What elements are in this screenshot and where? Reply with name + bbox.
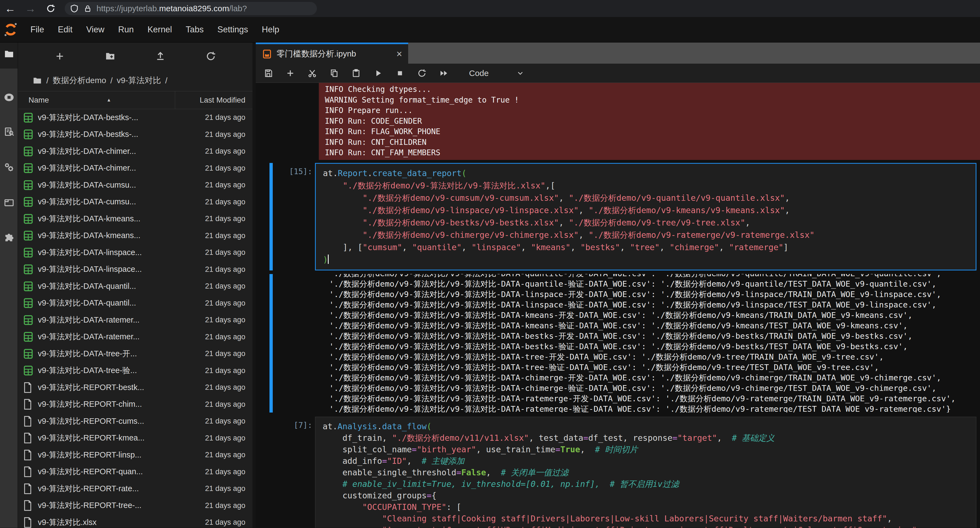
menu-kernel[interactable]: Kernel — [141, 25, 179, 35]
file-list-item[interactable]: v9-算法对比-DATA-chimer...21 days ago — [18, 160, 253, 177]
extension-manager-icon[interactable] — [3, 233, 14, 244]
new-launcher-icon[interactable] — [54, 51, 65, 62]
menu-tabs[interactable]: Tabs — [179, 25, 210, 35]
file-modified: 21 days ago — [205, 231, 253, 240]
property-inspector-icon[interactable] — [3, 162, 14, 173]
column-name[interactable]: Name — [18, 96, 49, 105]
cell-type-select[interactable]: Code — [469, 69, 489, 78]
file-list-item[interactable]: v9-算法对比-REPORT-linsp...21 days ago — [18, 447, 253, 464]
file-modified: 21 days ago — [205, 316, 253, 324]
output-collapser[interactable] — [269, 274, 273, 413]
file-list-item[interactable]: v9-算法对比-REPORT-tree-...21 days ago — [18, 497, 253, 514]
file-list-item[interactable]: v9-算法对比-DATA-linspace...21 days ago — [18, 244, 253, 261]
paste-cells-icon[interactable] — [351, 68, 361, 78]
refresh-icon[interactable] — [205, 51, 216, 62]
file-list-item[interactable]: v9-算法对比-REPORT-bestk...21 days ago — [18, 379, 253, 396]
file-modified: 21 days ago — [205, 518, 253, 526]
file-modified: 21 days ago — [205, 451, 253, 459]
upload-icon[interactable] — [155, 51, 166, 62]
file-name: v9-算法对比-DATA-linspace... — [38, 264, 142, 275]
running-sessions-icon[interactable] — [3, 92, 14, 103]
file-list-item[interactable]: v9-算法对比-REPORT-quan...21 days ago — [18, 464, 253, 480]
chevron-down-icon[interactable] — [516, 69, 524, 77]
file-list-item[interactable]: v9-算法对比-REPORT-rate...21 days ago — [18, 480, 253, 497]
browser-back-button[interactable]: ← — [0, 2, 20, 15]
stderr-output: INFO Checking dtypes...WARNING Setting f… — [319, 83, 980, 160]
file-list-item[interactable]: v9-算法对比-REPORT-chim...21 days ago — [18, 396, 253, 413]
jupyter-logo-icon — [3, 22, 19, 38]
file-list-item[interactable]: v9-算法对比-DATA-kmeans...21 days ago — [18, 211, 253, 227]
file-list-item[interactable]: v9-算法对比-DATA-cumsu...21 days ago — [18, 177, 253, 194]
add-cell-icon[interactable] — [285, 68, 295, 78]
jupyterlab-menu-bar: File Edit View Run Kernel Tabs Settings … — [0, 17, 980, 43]
stop-kernel-icon[interactable] — [395, 68, 405, 78]
file-name: v9-算法对比-REPORT-cums... — [38, 416, 144, 427]
copy-cells-icon[interactable] — [329, 68, 339, 78]
file-name: v9-算法对比-DATA-linspace... — [38, 247, 142, 258]
activity-bar — [0, 43, 18, 528]
document-icon — [23, 449, 32, 461]
url-text: https://jupyterlab.metanoia8295.com/lab? — [97, 4, 247, 13]
browser-reload-button[interactable] — [41, 3, 61, 13]
file-list-item[interactable]: v9-算法对比-DATA-kmeans...21 days ago — [18, 227, 253, 244]
run-cell-icon[interactable] — [373, 68, 383, 78]
file-list-item[interactable]: v9-算法对比-DATA-cumsu...21 days ago — [18, 194, 253, 211]
file-list-item[interactable]: v9-算法对比.xlsx21 days ago — [18, 514, 253, 528]
file-name: v9-算法对比-DATA-chimer... — [38, 163, 136, 174]
lock-icon[interactable] — [83, 4, 92, 13]
restart-kernel-icon[interactable] — [417, 68, 427, 78]
file-list: v9-算法对比-DATA-bestks-...21 days agov9-算法对… — [18, 109, 253, 528]
reload-icon — [46, 3, 56, 13]
menu-run[interactable]: Run — [111, 25, 141, 35]
file-list-item[interactable]: v9-算法对比-REPORT-kmea...21 days ago — [18, 430, 253, 447]
file-modified: 21 days ago — [205, 299, 253, 308]
cut-cells-icon[interactable] — [307, 68, 317, 78]
input-prompt: [7]: — [256, 421, 312, 430]
code-editor-15[interactable]: at.Report.create_data_report( "./数据分析dem… — [315, 163, 977, 270]
breadcrumb-folder-demo[interactable]: 数据分析demo — [52, 75, 106, 86]
spreadsheet-icon — [23, 129, 33, 140]
restart-run-all-icon[interactable] — [439, 68, 449, 78]
url-bar[interactable]: https://jupyterlab.metanoia8295.com/lab? — [65, 2, 317, 15]
table-of-contents-icon[interactable] — [3, 126, 14, 137]
execution-result-text: './数据分析demo/v9-算法对比/v9-算法对比-DATA-quantil… — [324, 274, 980, 413]
file-list-item[interactable]: v9-算法对比-REPORT-cums...21 days ago — [18, 413, 253, 430]
browser-forward-button[interactable]: → — [20, 2, 41, 15]
menu-settings[interactable]: Settings — [210, 25, 255, 35]
open-tabs-icon[interactable] — [3, 198, 14, 209]
home-folder-icon[interactable] — [32, 76, 42, 86]
breadcrumb-sep: / — [46, 76, 49, 85]
file-list-item[interactable]: v9-算法对比-DATA-quantil...21 days ago — [18, 295, 253, 312]
code-editor-7[interactable]: at.Analysis.data_flow( df_train, "./数据分析… — [315, 416, 977, 528]
file-name: v9-算法对比-DATA-bestks-... — [38, 112, 138, 123]
menu-help[interactable]: Help — [255, 25, 286, 35]
document-icon — [23, 466, 32, 477]
file-browser-icon[interactable] — [3, 49, 14, 59]
file-modified: 21 days ago — [205, 434, 253, 442]
menu-file[interactable]: File — [24, 25, 51, 35]
file-list-item[interactable]: v9-算法对比-DATA-ratemer...21 days ago — [18, 312, 253, 329]
save-icon[interactable] — [263, 68, 273, 78]
file-name: v9-算法对比-DATA-chimer... — [38, 146, 136, 157]
menu-edit[interactable]: Edit — [51, 25, 79, 35]
file-list-item[interactable]: v9-算法对比-DATA-ratemer...21 days ago — [18, 329, 253, 346]
sort-ascending-icon[interactable]: ▲ — [107, 97, 111, 103]
panel-divider[interactable] — [253, 43, 256, 528]
notebook-tab[interactable]: 零门槛数据分析.ipynb × — [256, 43, 408, 64]
column-last-modified[interactable]: Last Modified — [200, 96, 253, 105]
cell-collapser[interactable] — [269, 163, 273, 270]
new-folder-icon[interactable] — [105, 51, 116, 62]
file-list-item[interactable]: v9-算法对比-DATA-chimer...21 days ago — [18, 143, 253, 160]
file-list-item[interactable]: v9-算法对比-DATA-quantil...21 days ago — [18, 278, 253, 295]
file-list-item[interactable]: v9-算法对比-DATA-linspace...21 days ago — [18, 261, 253, 278]
file-list-item[interactable]: v9-算法对比-DATA-bestks-...21 days ago — [18, 109, 253, 126]
file-list-item[interactable]: v9-算法对比-DATA-tree-验...21 days ago — [18, 362, 253, 379]
file-list-item[interactable]: v9-算法对比-DATA-tree-开...21 days ago — [18, 345, 253, 362]
breadcrumb-folder-v9[interactable]: v9-算法对比 — [117, 75, 161, 86]
file-name: v9-算法对比-DATA-kmeans... — [38, 214, 140, 224]
shield-icon[interactable] — [70, 4, 79, 13]
tab-close-icon[interactable]: × — [396, 48, 402, 60]
spreadsheet-icon — [23, 179, 33, 191]
menu-view[interactable]: View — [79, 25, 111, 35]
file-list-item[interactable]: v9-算法对比-DATA-bestks-...21 days ago — [18, 126, 253, 143]
